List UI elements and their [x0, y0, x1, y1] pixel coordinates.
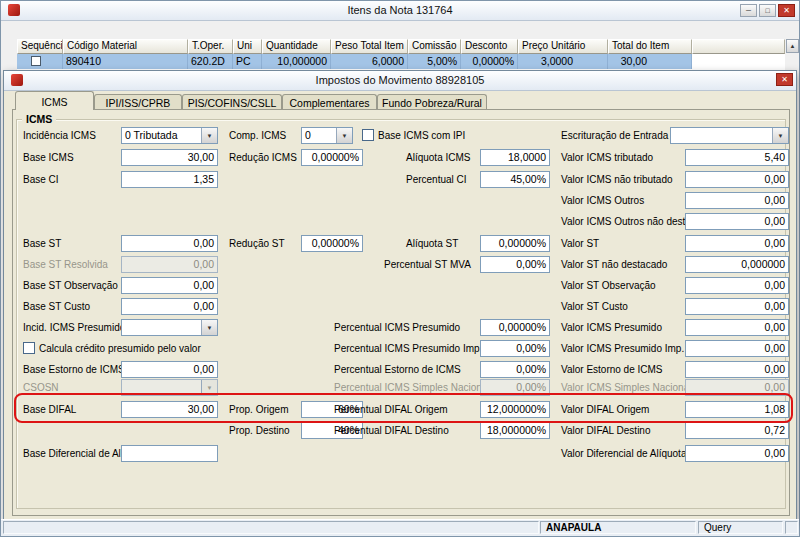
base-icms-label: Base ICMS [23, 152, 74, 163]
valor-st-nao-destacado-input[interactable]: 0,000000 [685, 256, 789, 273]
valor-icms-outros-nao-dest-input[interactable]: 0,00 [685, 213, 789, 230]
row-cell-uni[interactable]: PC [233, 54, 262, 69]
base-diferencial-aliq-input[interactable] [121, 445, 218, 462]
base-st-resolvida-label: Base ST Resolvida [23, 259, 108, 270]
scroll-up-icon[interactable]: ▲ [786, 39, 799, 53]
chevron-down-icon[interactable]: ▼ [201, 320, 217, 335]
chevron-down-icon[interactable]: ▼ [201, 128, 217, 143]
column-header-desconto[interactable]: Desconto [461, 39, 518, 54]
comp-icms-label: Comp. ICMS [229, 130, 286, 141]
valor-st-custo-label: Valor ST Custo [561, 301, 628, 312]
aliquota-st-label: Alíquota ST [406, 238, 458, 249]
column-header-codigo-material[interactable]: Código Material [63, 39, 188, 54]
base-st-custo-label: Base ST Custo [23, 301, 90, 312]
column-header-quantidade[interactable]: Quantidade [262, 39, 331, 54]
calcula-credito-presumido-checkbox[interactable] [23, 342, 35, 354]
aliquota-st-input[interactable]: 0,00000% [480, 235, 550, 252]
valor-icms-tributado-input[interactable]: 5,40 [685, 149, 789, 166]
row-cell-desconto[interactable]: 0,0000% [461, 54, 518, 69]
valor-icms-tributado-label: Valor ICMS tributado [561, 152, 653, 163]
percentual-st-mva-label: Percentual ST MVA [384, 259, 471, 270]
minimize-icon[interactable]: ─ [740, 4, 757, 17]
base-difal-input[interactable]: 30,00 [121, 401, 218, 418]
csosn-value [122, 380, 201, 395]
percentual-estorno-icms-input[interactable]: 0,00% [480, 361, 550, 378]
chevron-down-icon[interactable]: ▼ [772, 128, 788, 143]
column-header-comissao[interactable]: Comissão [408, 39, 461, 54]
valor-st-custo-input[interactable]: 0,00 [685, 298, 789, 315]
escrituracao-entrada-select[interactable]: ▼ [670, 127, 789, 144]
valor-icms-presumido-imp-pr-input[interactable]: 0,00 [685, 340, 789, 357]
valor-diferencial-aliquota-input[interactable]: 0,00 [685, 445, 789, 462]
row-cell-preco[interactable]: 3,0000 [518, 54, 608, 69]
status-bar: ANAPAULA Query [1, 519, 799, 536]
close-icon[interactable]: ✕ [778, 4, 795, 17]
incid-icms-presumido-select[interactable]: ▼ [121, 319, 218, 336]
base-st-label: Base ST [23, 238, 61, 249]
column-header-filler [692, 39, 785, 54]
percentual-icms-presumido-input[interactable]: 0,00000% [480, 319, 550, 336]
tab-complementares[interactable]: Complementares [282, 94, 377, 110]
row-cell-codigo[interactable]: 890410 [63, 54, 188, 69]
row-cell-quantidade[interactable]: 10,000000 [262, 54, 331, 69]
reducao-st-input[interactable]: 0,00000% [301, 235, 363, 252]
base-ci-label: Base CI [23, 174, 59, 185]
column-header-preco-unitario[interactable]: Preço Unitário [518, 39, 608, 54]
row-cell-total[interactable]: 30,00 [608, 54, 692, 69]
valor-difal-destino-input[interactable]: 0,72 [685, 422, 789, 439]
icms-group-label: ICMS [22, 113, 56, 125]
valor-icms-outros-input[interactable]: 0,00 [685, 192, 789, 209]
base-st-input[interactable]: 0,00 [121, 235, 218, 252]
percentual-icms-simples-input: 0,00% [480, 379, 550, 396]
valor-icms-presumido-input[interactable]: 0,00 [685, 319, 789, 336]
valor-icms-simples-label: Valor ICMS Simples Nacional [561, 382, 691, 393]
chevron-down-icon[interactable]: ▼ [336, 128, 352, 143]
csosn-label: CSOSN [23, 382, 59, 393]
base-icms-input[interactable]: 30,00 [121, 149, 218, 166]
base-st-observacao-input[interactable]: 0,00 [121, 277, 218, 294]
base-estorno-icms-input[interactable]: 0,00 [121, 361, 218, 378]
column-header-peso-total[interactable]: Peso Total Item [331, 39, 408, 54]
percentual-st-mva-input[interactable]: 0,00% [480, 256, 550, 273]
column-header-sequencia[interactable]: Sequência [17, 39, 63, 54]
row-cell-toper[interactable]: 620.2D [188, 54, 233, 69]
escrituracao-entrada-value [671, 128, 772, 143]
percentual-icms-simples-label: Percentual ICMS Simples Nacional [334, 382, 490, 393]
base-difal-label: Base DIFAL [23, 404, 76, 415]
aliquota-icms-input[interactable]: 18,0000 [480, 149, 550, 166]
escrituracao-entrada-label: Escrituração de Entrada [561, 130, 668, 141]
valor-st-input[interactable]: 0,00 [685, 235, 789, 252]
tab-icms[interactable]: ICMS [15, 91, 94, 110]
tab-ipi-iss-cprb[interactable]: IPI/ISS/CPRB [94, 94, 182, 110]
valor-icms-outros-nao-dest-label: Valor ICMS Outros não dest. [561, 216, 688, 227]
column-header-total-item[interactable]: Total do Item [608, 39, 692, 54]
base-ci-input[interactable]: 1,35 [121, 171, 218, 188]
column-header-toper[interactable]: T.Oper. [188, 39, 233, 54]
main-window-title: Itens da Nota 131764 [1, 4, 799, 16]
reducao-icms-label: Redução ICMS [229, 152, 297, 163]
incid-icms-presumido-value [122, 320, 201, 335]
base-icms-com-ipi-checkbox[interactable] [362, 129, 374, 141]
row-cell-comissao[interactable]: 5,00% [408, 54, 461, 69]
row-checkbox[interactable] [31, 56, 41, 66]
valor-estorno-icms-input[interactable]: 0,00 [685, 361, 789, 378]
dialog-close-icon[interactable]: ✕ [776, 73, 793, 86]
percentual-difal-destino-input[interactable]: 18,000000% [480, 422, 550, 439]
row-cell-peso[interactable]: 6,0000 [331, 54, 408, 69]
comp-icms-select[interactable]: 0 ▼ [301, 127, 353, 144]
incidencia-icms-select[interactable]: 0 Tributada ▼ [121, 127, 218, 144]
percentual-ci-input[interactable]: 45,00% [480, 171, 550, 188]
maximize-icon[interactable]: □ [759, 4, 776, 17]
valor-difal-origem-input[interactable]: 1,08 [685, 401, 789, 418]
percentual-difal-origem-input[interactable]: 12,000000% [480, 401, 550, 418]
tab-pis-cofins-csll[interactable]: PIS/COFINS/CSLL [182, 94, 282, 110]
valor-st-observacao-input[interactable]: 0,00 [685, 277, 789, 294]
percentual-ci-label: Percentual CI [406, 174, 467, 185]
tab-fundo-pobreza[interactable]: Fundo Pobreza/Rural [377, 94, 487, 110]
base-st-custo-input[interactable]: 0,00 [121, 298, 218, 315]
valor-icms-nao-tributado-input[interactable]: 0,00 [685, 171, 789, 188]
reducao-icms-input[interactable]: 0,00000% [301, 149, 363, 166]
prop-destino-label: Prop. Destino [229, 425, 290, 436]
column-header-uni[interactable]: Uni [233, 39, 262, 54]
percentual-icms-presumido-imp-pr-input[interactable]: 0,00% [480, 340, 550, 357]
